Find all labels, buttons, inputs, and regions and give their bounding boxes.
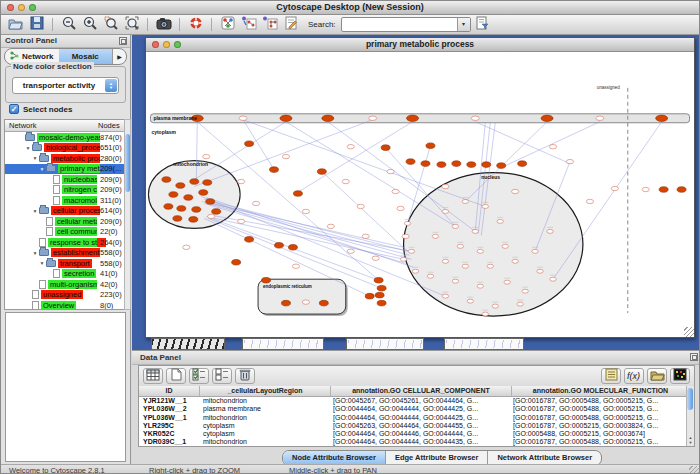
graph-node-orange[interactable] bbox=[288, 245, 297, 251]
graph-node[interactable] bbox=[472, 229, 478, 233]
tree-row[interactable]: mosaic-demo-yeast874(0) bbox=[5, 132, 127, 143]
tab-network-attribute-browser[interactable]: Network Attribute Browser bbox=[488, 451, 601, 465]
tree-row[interactable]: multi-organism pro42(0) bbox=[5, 279, 127, 290]
open-session-button[interactable] bbox=[6, 17, 25, 33]
save-session-button[interactable] bbox=[27, 17, 46, 33]
graph-node-orange[interactable] bbox=[262, 277, 271, 283]
graph-node-orange[interactable] bbox=[199, 190, 208, 196]
node-attribute-table[interactable]: ID_cellularLayoutRegionannotation.GO CEL… bbox=[139, 386, 686, 446]
graph-node-orange[interactable] bbox=[245, 237, 254, 243]
graph-node[interactable] bbox=[238, 179, 245, 183]
close-button[interactable] bbox=[152, 41, 159, 48]
table-column-header[interactable]: annotation.GO MOLECULAR_FUNCTION bbox=[512, 386, 686, 396]
select-attributes-button[interactable] bbox=[143, 368, 163, 384]
graph-node[interactable] bbox=[462, 264, 468, 268]
graph-node[interactable] bbox=[457, 244, 463, 248]
tree-row[interactable]: ▼metabolic process280(0) bbox=[5, 153, 127, 164]
graph-node[interactable] bbox=[404, 221, 410, 225]
import-attributes-button[interactable] bbox=[647, 368, 667, 384]
vizmapper-button[interactable] bbox=[218, 17, 237, 33]
tree-row[interactable]: cell communicat22(0) bbox=[5, 227, 127, 238]
graph-node[interactable] bbox=[504, 280, 510, 284]
graph-node-orange[interactable] bbox=[169, 192, 178, 198]
graph-node-orange[interactable] bbox=[293, 191, 302, 197]
graph-node-orange[interactable] bbox=[426, 143, 435, 149]
graph-node[interactable] bbox=[369, 116, 377, 120]
graph-node[interactable] bbox=[203, 154, 210, 158]
graph-node[interactable] bbox=[611, 186, 618, 190]
graph-node-orange[interactable] bbox=[374, 277, 383, 283]
tree-expand-icon[interactable]: ▼ bbox=[31, 208, 39, 214]
window-resize-grip[interactable] bbox=[684, 327, 694, 337]
graph-node[interactable] bbox=[482, 204, 488, 208]
table-column-header[interactable]: _cellularLayoutRegion bbox=[200, 386, 331, 396]
graph-node-orange[interactable] bbox=[184, 195, 193, 201]
unselect-all-attributes-button[interactable] bbox=[212, 368, 232, 384]
graph-node-orange[interactable] bbox=[677, 187, 686, 193]
graph-node[interactable] bbox=[408, 249, 414, 253]
zoom-out-button[interactable] bbox=[59, 17, 78, 33]
graph-node[interactable] bbox=[550, 277, 556, 281]
tree-row[interactable]: ▼biological_process651(0) bbox=[5, 143, 127, 154]
graph-node[interactable] bbox=[208, 214, 215, 218]
zoom-button[interactable] bbox=[29, 4, 36, 11]
graph-node[interactable] bbox=[239, 116, 247, 120]
graph-node[interactable] bbox=[462, 199, 468, 203]
tree-row[interactable]: ▼transport558(0) bbox=[5, 258, 127, 269]
graph-node-orange[interactable] bbox=[452, 161, 461, 167]
tree-expand-icon[interactable]: ▼ bbox=[38, 166, 46, 172]
graph-node-orange[interactable] bbox=[189, 217, 198, 223]
graph-node-orange[interactable] bbox=[656, 115, 668, 121]
graph-node-orange[interactable] bbox=[541, 115, 553, 121]
table-row[interactable]: YPL036W__2plasma membrane[GO:0044464, GO… bbox=[139, 405, 686, 413]
table-row[interactable]: YDR039C__1mitochondrion[GO:0044464, GO:0… bbox=[139, 438, 686, 446]
app-resize-grip[interactable] bbox=[689, 466, 699, 474]
graph-node[interactable] bbox=[347, 249, 354, 253]
graph-node[interactable] bbox=[512, 189, 519, 193]
graph-node[interactable] bbox=[522, 289, 528, 293]
plasma-membrane-region[interactable] bbox=[150, 114, 689, 123]
graph-node-orange[interactable] bbox=[275, 243, 284, 249]
graph-node[interactable] bbox=[547, 229, 553, 233]
graph-node-orange[interactable] bbox=[375, 292, 384, 298]
background-window-sliver[interactable] bbox=[151, 338, 225, 350]
search-dropdown-arrow[interactable]: ▾ bbox=[457, 18, 470, 31]
graph-node-orange[interactable] bbox=[177, 206, 186, 212]
tree-row[interactable]: secretion41(0) bbox=[5, 269, 127, 280]
graph-node-orange[interactable] bbox=[317, 169, 326, 175]
graph-node[interactable] bbox=[357, 204, 364, 208]
tree-row[interactable]: Overview8(0) bbox=[5, 300, 127, 310]
tree-expand-icon[interactable]: ▼ bbox=[24, 145, 32, 151]
graph-node[interactable] bbox=[442, 259, 448, 263]
table-row[interactable]: YJR121W__1mitochondrion[GO:0045267, GO:0… bbox=[139, 397, 686, 405]
graph-node[interactable] bbox=[596, 116, 604, 120]
graph-node[interactable] bbox=[392, 189, 399, 193]
graph-node-orange[interactable] bbox=[281, 300, 290, 306]
formula-builder-button[interactable]: f(x) bbox=[624, 368, 644, 384]
graph-node[interactable] bbox=[412, 269, 418, 273]
zoom-fit-button[interactable] bbox=[122, 17, 141, 33]
graph-node-orange[interactable] bbox=[203, 180, 212, 186]
graph-node-orange[interactable] bbox=[322, 115, 334, 121]
graph-node-orange[interactable] bbox=[497, 163, 506, 169]
tree-row[interactable]: nitrogen compo209(0) bbox=[5, 185, 127, 196]
graph-node[interactable] bbox=[183, 245, 190, 249]
graph-node[interactable] bbox=[238, 219, 245, 223]
table-row[interactable]: YPL036W__1mitochondrion[GO:0044464, GO:0… bbox=[139, 414, 686, 422]
graph-node-orange[interactable] bbox=[319, 300, 328, 306]
graph-node-orange[interactable] bbox=[232, 259, 241, 265]
graph-node[interactable] bbox=[362, 234, 369, 238]
graph-node[interactable] bbox=[252, 201, 259, 205]
tab-edge-attribute-browser[interactable]: Edge Attribute Browser bbox=[386, 451, 488, 465]
float-panel-icon[interactable] bbox=[119, 37, 127, 45]
graph-node-orange[interactable] bbox=[518, 161, 527, 167]
layout-button-2[interactable] bbox=[260, 17, 279, 33]
snapshot-button[interactable] bbox=[154, 17, 173, 33]
graph-node[interactable] bbox=[549, 144, 556, 148]
tree-row[interactable]: cellular metabol209(0) bbox=[5, 216, 127, 227]
tree-expand-icon[interactable]: ▼ bbox=[38, 260, 46, 266]
graph-node[interactable] bbox=[512, 259, 518, 263]
graph-node[interactable] bbox=[471, 116, 479, 120]
graph-node[interactable] bbox=[402, 234, 409, 238]
tab-node-attribute-browser[interactable]: Node Attribute Browser bbox=[283, 451, 386, 465]
